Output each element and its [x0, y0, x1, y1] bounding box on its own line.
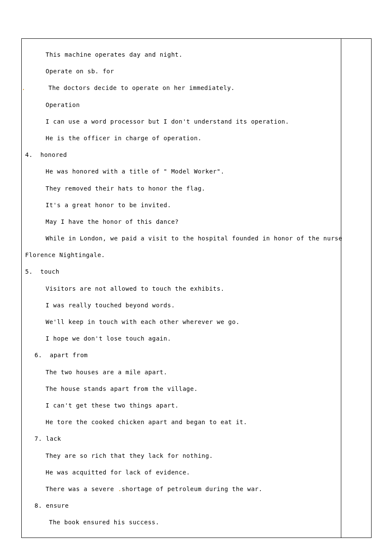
- text-span: shortage of petroleum during the war.: [122, 486, 262, 492]
- text-line: I was really touched beyond words.: [22, 297, 371, 314]
- heading-line: 8. ensure: [22, 497, 371, 514]
- text-line: . The doctors decide to operate on her i…: [22, 80, 371, 96]
- text-line: It's a great honor to be invited.: [22, 197, 371, 214]
- text-line: He tore the cooked chicken apart and beg…: [22, 414, 371, 431]
- column-divider: [341, 39, 341, 538]
- text-line: Operate on sb. for: [22, 63, 371, 80]
- text-line: May I have the honor of this dance?: [22, 214, 371, 230]
- heading-line: 4. honored: [22, 147, 371, 163]
- text-line: There was a severe .shortage of petroleu…: [22, 481, 371, 497]
- text-line: Visitors are not allowed to touch the ex…: [22, 280, 371, 297]
- text-line: They are so rich that they lack for noth…: [22, 448, 371, 464]
- document-content: This machine operates day and night. Ope…: [22, 39, 371, 531]
- text-line: He was acquitted for lack of evidence.: [22, 464, 371, 481]
- text-line: Operation: [22, 97, 371, 113]
- text-line: Florence Nightingale.: [22, 247, 371, 263]
- text-line: The book ensured his success.: [22, 514, 371, 531]
- text-line: The house stands apart from the village.: [22, 381, 371, 397]
- heading-line: 5. touch: [22, 263, 371, 280]
- document-page: This machine operates day and night. Ope…: [0, 0, 392, 555]
- text-span: There was a severe: [46, 486, 118, 492]
- marker-dot: .: [22, 84, 26, 91]
- text-line: The two houses are a mile apart.: [22, 364, 371, 381]
- heading-line: 7. lack: [22, 431, 371, 447]
- page-border: This machine operates day and night. Ope…: [21, 38, 372, 538]
- heading-line: 6. apart from: [22, 347, 371, 364]
- text-line: We'll keep in touch with each other wher…: [22, 314, 371, 330]
- text-line: I can use a word processor but I don't u…: [22, 113, 371, 130]
- text-line: This machine operates day and night.: [22, 46, 371, 63]
- text-line: He is the officer in charge of operation…: [22, 130, 371, 147]
- text-line: I can't get these two things apart.: [22, 397, 371, 414]
- text-line: While in London, we paid a visit to the …: [22, 230, 371, 247]
- text-line: They removed their hats to honor the fla…: [22, 180, 371, 197]
- text-line: He was honored with a title of " Model W…: [22, 163, 371, 180]
- text-span: The doctors decide to operate on her imm…: [49, 84, 235, 91]
- marker-dot: .: [118, 486, 122, 492]
- text-line: I hope we don't lose touch again.: [22, 330, 371, 347]
